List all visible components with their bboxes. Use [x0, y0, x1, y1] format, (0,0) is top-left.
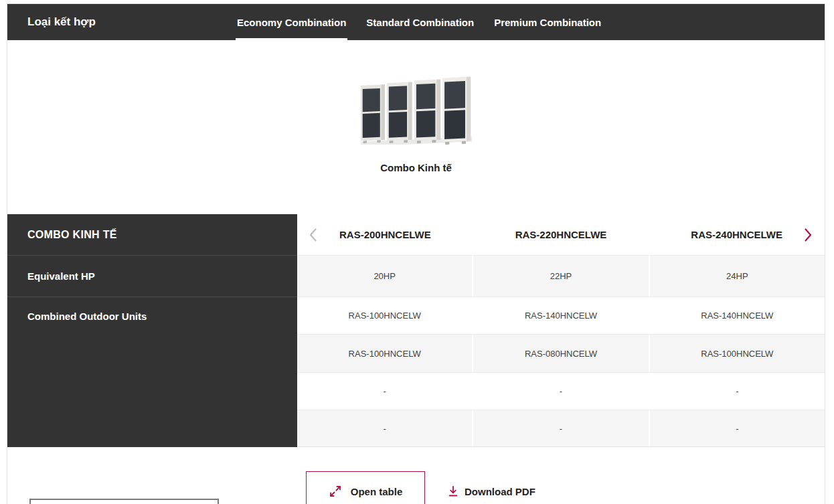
- table-data-area: RAS-200HNCELWE RAS-220HNCELWE RAS-240HNC…: [297, 214, 825, 447]
- table-row-equivalent-hp: 20HP 22HP 24HP: [297, 256, 825, 297]
- prev-models-button[interactable]: [304, 225, 321, 245]
- column-header-model-2: RAS-220HNCELWE: [473, 214, 649, 255]
- table-row-outdoor-unit-3: - - -: [297, 373, 825, 410]
- table-cell: -: [297, 410, 472, 446]
- combination-table: COMBO KINH TẾ Equivalent HP Combined Out…: [7, 214, 825, 447]
- table-cell: 20HP: [297, 256, 472, 297]
- table-row-outdoor-unit-1: RAS-100HNCELW RAS-140HNCELW RAS-140HNCEL…: [297, 297, 825, 335]
- table-cell: RAS-140HNCELW: [650, 297, 825, 334]
- download-pdf-label: Download PDF: [465, 486, 535, 497]
- table-cell: RAS-100HNCELW: [650, 335, 825, 372]
- table-cell: -: [650, 373, 825, 410]
- table-cell: -: [473, 410, 648, 446]
- table-cell: 22HP: [473, 256, 648, 297]
- top-bar: Loại kết hợp Economy Combination Standar…: [7, 4, 825, 40]
- expand-icon: [329, 485, 342, 498]
- outdoor-units-image: [357, 72, 476, 145]
- table-column-headers: RAS-200HNCELWE RAS-220HNCELWE RAS-240HNC…: [297, 214, 825, 256]
- open-table-button[interactable]: Open table: [306, 471, 425, 504]
- table-cell: RAS-080HNCELW: [473, 335, 648, 372]
- table-row-header-column: COMBO KINH TẾ Equivalent HP Combined Out…: [7, 214, 297, 447]
- download-icon: [448, 485, 458, 497]
- table-title: COMBO KINH TẾ: [7, 214, 297, 256]
- table-cell: -: [650, 410, 825, 446]
- table-cell: RAS-100HNCELW: [297, 335, 472, 372]
- table-cell: RAS-140HNCELW: [473, 297, 648, 334]
- tab-premium-combination[interactable]: Premium Combination: [494, 4, 601, 40]
- chevron-left-icon: [309, 228, 317, 242]
- table-row-outdoor-unit-2: RAS-100HNCELW RAS-080HNCELW RAS-100HNCEL…: [297, 335, 825, 373]
- tab-economy-combination[interactable]: Economy Combination: [237, 4, 346, 40]
- combination-type-title: Loại kết hợp: [27, 4, 96, 40]
- table-cell: RAS-100HNCELW: [297, 297, 472, 334]
- combination-tabs: Economy Combination Standard Combination…: [237, 4, 601, 40]
- product-caption: Combo Kinh tế: [7, 162, 825, 173]
- row-label-equivalent-hp: Equivalent HP: [7, 256, 297, 297]
- table-cell: -: [297, 373, 472, 410]
- row-label-combined-outdoor-units: Combined Outdoor Units: [7, 297, 297, 335]
- tab-standard-combination[interactable]: Standard Combination: [366, 4, 474, 40]
- row-header-filler: [7, 335, 297, 447]
- table-cell: 24HP: [650, 256, 825, 297]
- partial-bottom-box[interactable]: [29, 499, 219, 504]
- column-header-model-3: RAS-240HNCELWE: [649, 214, 825, 255]
- next-models-button[interactable]: [799, 225, 817, 245]
- combination-selector-card: Loại kết hợp Economy Combination Standar…: [7, 3, 825, 504]
- chevron-right-icon: [804, 228, 813, 242]
- table-cell: -: [473, 373, 648, 410]
- open-table-label: Open table: [351, 486, 403, 497]
- table-row-outdoor-unit-4: - - -: [297, 410, 825, 447]
- download-pdf-link[interactable]: Download PDF: [448, 471, 535, 504]
- column-header-model-1: RAS-200HNCELWE: [297, 214, 473, 255]
- product-area: Combo Kinh tế: [7, 40, 825, 173]
